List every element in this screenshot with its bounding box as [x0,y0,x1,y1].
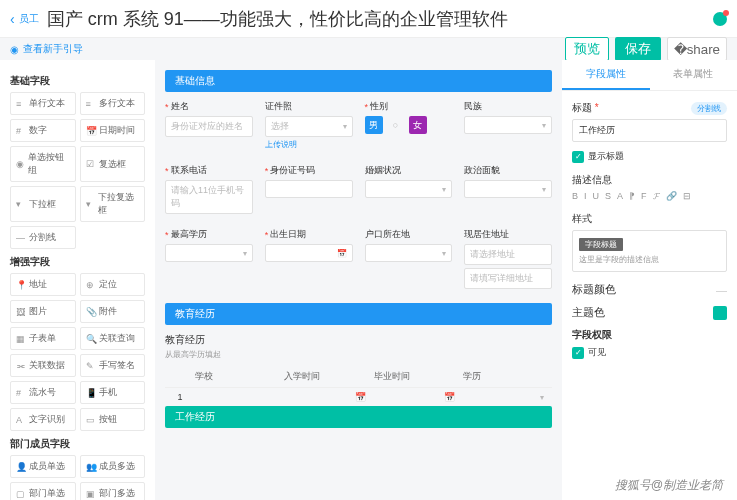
toolbar-button[interactable]: 𝓕 [653,191,660,202]
field-icon: 📅 [86,126,96,136]
field-icon: ✎ [86,361,96,371]
field-icon: A [16,415,26,425]
field-icon: ▦ [16,334,26,344]
form-field[interactable]: 证件照选择▾上传说明 [265,100,353,150]
title-label: 标题 [572,102,592,113]
form-field[interactable]: 政治面貌▾ [464,164,552,214]
form-field[interactable]: *出生日期📅 [265,228,353,289]
form-field[interactable]: *性别男○女 [365,100,453,150]
field-type-item[interactable]: ▭按钮 [80,408,146,431]
field-type-item[interactable]: ≡单行文本 [10,92,76,115]
back-label[interactable]: 员工 [19,12,39,26]
properties-panel: 字段属性 表单属性 标题 *分割线 工作经历 ✓显示标题 描述信息 BIUSA⁋… [562,60,737,500]
tab-field-props[interactable]: 字段属性 [562,60,650,90]
preview-button[interactable]: 预览 [565,37,609,61]
radio-option[interactable]: 女 [409,116,427,134]
form-field[interactable]: *联系电话请输入11位手机号码 [165,164,253,214]
field-icon: ⊕ [86,280,96,290]
section-header[interactable]: 教育经历 [165,303,552,325]
table-row[interactable]: 1📅📅▾ [165,388,552,406]
style-label: 样式 [572,212,727,226]
field-icon: — [16,233,26,243]
toolbar-button[interactable]: B [572,191,578,202]
notification-badge[interactable] [713,12,727,26]
form-field[interactable]: 民族▾ [464,100,552,150]
tab-form-props[interactable]: 表单属性 [650,60,738,90]
theme-color-swatch[interactable] [713,306,727,320]
field-icon: 👤 [16,462,26,472]
toolbar-button[interactable]: ⊟ [683,191,691,202]
field-type-item[interactable]: ✎手写签名 [80,354,146,377]
field-type-item[interactable]: 🔍关联查询 [80,327,146,350]
field-icon: ▾ [16,199,26,209]
field-type-item[interactable]: ☑复选框 [80,146,146,182]
toolbar-button[interactable]: A [617,191,623,202]
perm-label: 字段权限 [572,328,727,342]
field-type-item[interactable]: ≡多行文本 [80,92,146,115]
section-header[interactable]: 工作经历 [165,406,552,428]
chevron-down-icon: ▾ [442,249,446,258]
field-type-item[interactable]: ▾下拉框 [10,186,76,222]
field-type-item[interactable]: 📅日期时间 [80,119,146,142]
toolbar-button[interactable]: S [605,191,611,202]
theme-color-label: 主题色 [572,305,605,320]
field-type-item[interactable]: 🖼图片 [10,300,76,323]
field-group-title: 基础字段 [10,74,145,88]
watermark: 搜狐号@制造业老简 [615,477,723,494]
guide-link[interactable]: 查看新手引导 [23,42,83,56]
field-type-item[interactable]: 👤成员单选 [10,455,76,478]
field-icon: ▭ [86,415,96,425]
section-header[interactable]: 基础信息 [165,70,552,92]
chevron-down-icon: ▾ [343,122,347,131]
field-type-item[interactable]: ⊕定位 [80,273,146,296]
form-field[interactable]: *姓名身份证对应的姓名 [165,100,253,150]
toolbar-button[interactable]: F [641,191,647,202]
table-desc: 从最高学历填起 [165,349,552,360]
field-type-item[interactable]: —分割线 [10,226,76,249]
field-type-item[interactable]: #流水号 [10,381,76,404]
form-field[interactable]: *最高学历▾ [165,228,253,289]
form-field[interactable]: 户口所在地▾ [365,228,453,289]
title-color-label: 标题颜色 [572,282,616,297]
chevron-down-icon: ▾ [542,121,546,130]
field-icon: # [16,126,26,136]
page-title: 国产 crm 系统 91——功能强大，性价比高的企业管理软件 [47,7,508,31]
form-field[interactable]: 婚姻状况▾ [365,164,453,214]
show-title-checkbox[interactable]: ✓ [572,151,584,163]
field-type-item[interactable]: 👥成员多选 [80,455,146,478]
form-field[interactable]: 现居住地址请选择地址请填写详细地址 [464,228,552,289]
field-icon: 📍 [16,280,26,290]
toolbar-button[interactable]: 🔗 [666,191,677,202]
field-type-item[interactable]: 📱手机 [80,381,146,404]
field-palette: 基础字段≡单行文本≡多行文本#数字📅日期时间◉单选按钮组☑复选框▾下拉框▾下拉复… [0,60,155,500]
field-icon: ≡ [86,99,96,109]
save-button[interactable]: 保存 [615,37,661,61]
table-header: 学校入学时间毕业时间学历 [165,366,552,388]
field-group-title: 增强字段 [10,255,145,269]
field-type-item[interactable]: ▣部门多选 [80,482,146,500]
field-icon: ▢ [16,489,26,499]
radio-option[interactable]: 男 [365,116,383,134]
visible-checkbox[interactable]: ✓ [572,347,584,359]
field-type-item[interactable]: 📎附件 [80,300,146,323]
field-type-item[interactable]: ▾下拉复选框 [80,186,146,222]
field-type-item[interactable]: ▢部门单选 [10,482,76,500]
toolbar-button[interactable]: ⁋ [629,191,635,202]
field-type-item[interactable]: ◉单选按钮组 [10,146,76,182]
back-icon[interactable]: ‹ [10,11,15,27]
field-type-item[interactable]: ⫘关联数据 [10,354,76,377]
chevron-down-icon: ▾ [542,185,546,194]
field-type-item[interactable]: #数字 [10,119,76,142]
title-input[interactable]: 工作经历 [572,119,727,142]
form-field[interactable]: *身份证号码 [265,164,353,214]
divider-pill[interactable]: 分割线 [691,102,727,115]
field-type-item[interactable]: A文字识别 [10,408,76,431]
chevron-down-icon: ▾ [442,185,446,194]
field-type-item[interactable]: ▦子表单 [10,327,76,350]
style-preview[interactable]: 字段标题 这里是字段的描述信息 [572,230,727,272]
field-type-item[interactable]: 📍地址 [10,273,76,296]
field-icon: ≡ [16,99,26,109]
share-button[interactable]: �share [667,37,727,61]
toolbar-button[interactable]: I [584,191,587,202]
toolbar-button[interactable]: U [593,191,600,202]
